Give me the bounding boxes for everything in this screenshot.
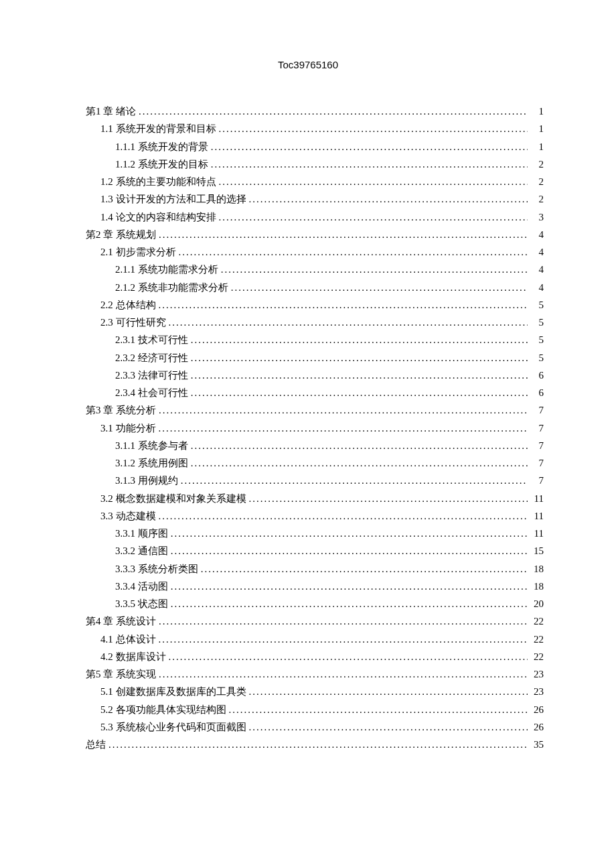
toc-entry: 2.3.4 社会可行性 6 [86, 384, 544, 401]
toc-entry-page: 18 [530, 560, 544, 578]
toc-entry-page: 7 [530, 472, 544, 489]
toc-entry: 2.1.2 系统非功能需求分析 4 [86, 279, 544, 296]
toc-entry-label: 1.1.2 系统开发的目标 [115, 155, 208, 173]
toc-dots [191, 367, 528, 384]
toc-dots [191, 437, 528, 454]
toc-dots [191, 331, 528, 348]
toc-dots [211, 138, 528, 155]
toc-entry: 1.3 设计开发的方法和工具的选择 2 [86, 190, 544, 208]
toc-entry-page: 4 [530, 226, 544, 243]
toc-dots [159, 296, 528, 314]
toc-entry-label: 总结 [86, 736, 106, 753]
toc-dots [108, 736, 528, 753]
toc-dots [159, 612, 528, 630]
toc-entry-page: 11 [530, 490, 544, 507]
toc-entry: 5.1 创建数据库及数据库的工具类 23 [86, 683, 544, 700]
toc-entry-page: 6 [530, 367, 544, 384]
toc-entry-label: 2.1 初步需求分析 [100, 243, 176, 261]
toc-dots [159, 507, 528, 525]
toc-entry: 1.4 论文的内容和结构安排 3 [86, 208, 544, 226]
toc-dots [171, 595, 528, 612]
toc-entry-label: 第5 章 系统实现 [86, 665, 156, 683]
toc-entry-label: 1.1 系统开发的背景和目标 [100, 120, 216, 137]
toc-entry-page: 5 [530, 296, 544, 314]
toc-entry: 第1 章 绪论1 [86, 103, 544, 120]
toc-dots [191, 454, 528, 472]
header-text: Toc39765160 [278, 59, 338, 70]
toc-dots [159, 631, 528, 648]
toc-entry: 3.3 动态建模 11 [86, 507, 544, 525]
toc-entry-label: 2.3.1 技术可行性 [115, 331, 188, 348]
toc-entry: 1.1 系统开发的背景和目标 1 [86, 120, 544, 137]
toc-entry: 3.2 概念数据建模和对象关系建模 11 [86, 490, 544, 507]
toc-dots [169, 314, 528, 331]
toc-entry-page: 1 [530, 103, 544, 120]
toc-dots [249, 490, 528, 507]
toc-entry-label: 5.2 各项功能具体实现结构图 [100, 701, 226, 718]
toc-entry-label: 2.1.1 系统功能需求分析 [115, 261, 218, 278]
toc-entry-label: 3.3.4 活动图 [115, 578, 168, 595]
toc-entry: 1.1.1 系统开发的背景 1 [86, 138, 544, 155]
toc-dots [249, 718, 528, 736]
toc-entry-label: 3.1 功能分析 [100, 419, 156, 437]
toc-entry-label: 3.2 概念数据建模和对象关系建模 [100, 490, 246, 507]
toc-entry: 1.2 系统的主要功能和特点 2 [86, 173, 544, 190]
toc-entry: 2.1.1 系统功能需求分析 4 [86, 261, 544, 278]
toc-entry-label: 3.3.2 通信图 [115, 542, 168, 560]
table-of-contents: 第1 章 绪论11.1 系统开发的背景和目标 11.1.1 系统开发的背景 11… [0, 70, 616, 753]
toc-entry-label: 3.3.3 系统分析类图 [115, 560, 198, 578]
toc-entry-label: 4.2 数据库设计 [100, 648, 166, 665]
toc-dots [219, 208, 528, 226]
toc-entry: 5.3 系统核心业务代码和页面截图 26 [86, 718, 544, 736]
toc-entry-label: 3.3.5 状态图 [115, 595, 168, 612]
toc-entry-page: 7 [530, 437, 544, 454]
toc-dots [211, 155, 528, 173]
toc-entry: 3.3.3 系统分析类图 18 [86, 560, 544, 578]
toc-entry-page: 6 [530, 384, 544, 401]
toc-entry-page: 11 [530, 525, 544, 542]
toc-entry-label: 5.1 创建数据库及数据库的工具类 [100, 683, 246, 700]
toc-dots [171, 542, 528, 560]
toc-dots [159, 665, 528, 683]
toc-dots [219, 173, 528, 190]
toc-dots [171, 578, 528, 595]
toc-entry-label: 3.1.1 系统参与者 [115, 437, 188, 454]
toc-dots [159, 419, 528, 437]
toc-dots [139, 103, 528, 120]
toc-dots [249, 190, 528, 208]
toc-entry: 3.1 功能分析 7 [86, 419, 544, 437]
toc-entry: 总结35 [86, 736, 544, 753]
toc-entry-page: 18 [530, 578, 544, 595]
toc-dots [221, 261, 528, 278]
toc-dots [201, 560, 528, 578]
toc-entry: 5.2 各项功能具体实现结构图 26 [86, 701, 544, 718]
toc-entry-page: 2 [530, 190, 544, 208]
toc-entry-page: 7 [530, 454, 544, 472]
toc-entry-label: 1.3 设计开发的方法和工具的选择 [100, 190, 246, 208]
toc-entry-page: 26 [530, 701, 544, 718]
toc-entry: 第4 章 系统设计22 [86, 612, 544, 630]
toc-entry-label: 第1 章 绪论 [86, 103, 136, 120]
toc-entry-page: 11 [530, 507, 544, 525]
toc-entry: 3.3.2 通信图 15 [86, 542, 544, 560]
toc-entry-label: 2.3.3 法律可行性 [115, 367, 188, 384]
toc-entry: 第5 章 系统实现23 [86, 665, 544, 683]
toc-entry-label: 第2 章 系统规划 [86, 226, 156, 243]
toc-entry-label: 2.3.2 经济可行性 [115, 349, 188, 367]
toc-entry-page: 22 [530, 612, 544, 630]
toc-dots [171, 525, 528, 542]
toc-entry-page: 23 [530, 683, 544, 700]
toc-dots [191, 349, 528, 367]
toc-entry-page: 2 [530, 173, 544, 190]
toc-dots [169, 648, 528, 665]
toc-entry: 第2 章 系统规划4 [86, 226, 544, 243]
toc-entry-label: 3.1.3 用例规约 [115, 472, 178, 489]
toc-entry-page: 1 [530, 138, 544, 155]
toc-entry-label: 2.1.2 系统非功能需求分析 [115, 279, 228, 296]
toc-entry: 3.1.2 系统用例图 7 [86, 454, 544, 472]
toc-entry-label: 第4 章 系统设计 [86, 612, 156, 630]
toc-entry: 2.3.2 经济可行性 5 [86, 349, 544, 367]
toc-entry: 3.3.1 顺序图 11 [86, 525, 544, 542]
toc-entry-label: 2.3.4 社会可行性 [115, 384, 188, 401]
toc-entry-page: 3 [530, 208, 544, 226]
